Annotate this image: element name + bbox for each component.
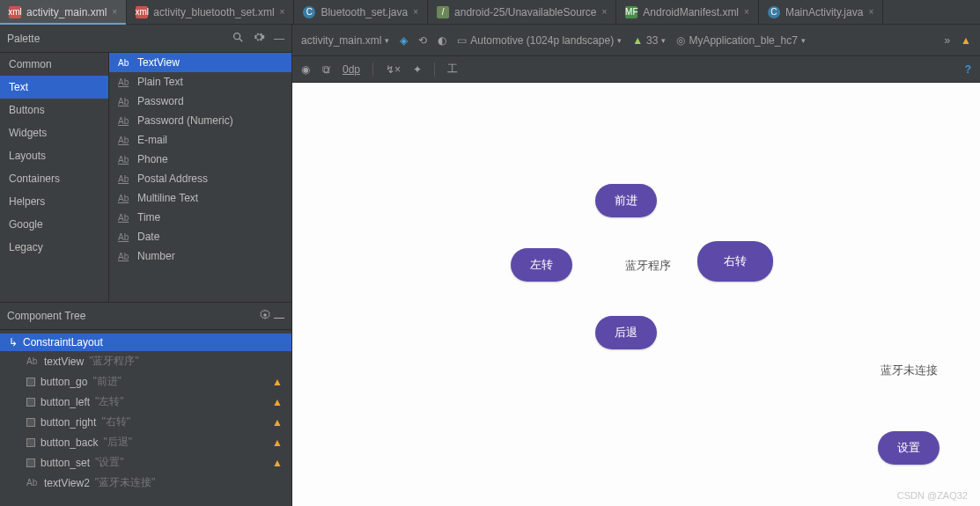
tree-item-name: button_back — [41, 436, 98, 449]
tree-item[interactable]: button_set "设置"▲ — [0, 452, 291, 473]
palette-widget[interactable]: AbPassword (Numeric) — [109, 111, 291, 130]
tree-item[interactable]: Ab textView "蓝牙程序" — [0, 351, 291, 371]
tab-label: AndroidManifest.xml — [643, 6, 739, 18]
widget-label: Plain Text — [137, 76, 183, 88]
warning-icon[interactable]: ▲ — [272, 416, 283, 429]
theme-icon: ◎ — [676, 34, 685, 47]
preview-button-back[interactable]: 后退 — [595, 316, 657, 349]
palette-widget[interactable]: AbPlain Text — [109, 72, 291, 92]
close-icon[interactable]: × — [601, 7, 607, 17]
widget-label: Number — [137, 250, 175, 262]
palette-widget[interactable]: AbTime — [109, 208, 291, 227]
close-icon[interactable]: × — [413, 7, 418, 17]
component-tree: ↳ ConstraintLayout Ab textView "蓝牙程序" bu… — [0, 330, 291, 506]
palette-widget[interactable]: AbTextView — [109, 53, 291, 72]
tab-main-activity-java[interactable]: C MainActivity.java × — [759, 0, 883, 24]
palette-widget[interactable]: AbE-mail — [109, 130, 291, 150]
chevron-down-icon: ▾ — [617, 36, 622, 45]
layers-icon[interactable]: ◈ — [400, 34, 408, 47]
theme-selector[interactable]: ◎ MyApplication_ble_hc7 ▾ — [676, 34, 805, 47]
close-icon[interactable]: × — [744, 7, 749, 17]
help-icon[interactable]: ? — [965, 63, 971, 76]
component-tree-header: Component Tree — — [0, 302, 291, 330]
palette-widget[interactable]: AbDate — [109, 227, 291, 246]
widget-label: Time — [137, 211, 160, 224]
palette-category-buttons[interactable]: Buttons — [0, 99, 108, 121]
chevron-right-icon[interactable]: » — [944, 34, 950, 47]
text-widget-icon: Ab — [118, 116, 130, 126]
preview-button-left[interactable]: 左转 — [511, 248, 572, 282]
warning-icon[interactable]: ▲ — [272, 376, 283, 388]
tree-item[interactable]: Ab textView2 "蓝牙未连接" — [0, 473, 291, 493]
chevron-down-icon: ▾ — [801, 36, 806, 45]
palette-category-layouts[interactable]: Layouts — [0, 144, 108, 167]
close-icon[interactable]: × — [112, 7, 117, 17]
tab-activity-bluetooth-set[interactable]: xml activity_bluetooth_set.xml × — [127, 0, 294, 24]
button-icon — [26, 378, 35, 386]
tree-root[interactable]: ↳ ConstraintLayout — [0, 334, 291, 351]
infer-constraints-icon[interactable]: ✦ — [413, 63, 422, 76]
button-icon — [26, 418, 35, 427]
close-icon[interactable]: × — [280, 7, 285, 17]
tree-item-text: "蓝牙未连接" — [95, 475, 156, 490]
palette-category-containers[interactable]: Containers — [0, 167, 108, 190]
palette-category-common[interactable]: Common — [0, 53, 108, 76]
default-margin[interactable]: 0dp — [343, 63, 360, 76]
palette-widget[interactable]: AbPhone — [109, 150, 291, 169]
gear-icon[interactable] — [259, 312, 274, 324]
preview-button-set[interactable]: 设置 — [878, 431, 939, 465]
tree-item[interactable]: button_go "前进"▲ — [0, 371, 291, 392]
palette-category-helpers[interactable]: Helpers — [0, 190, 108, 213]
design-panel: activity_main.xml ▾ ◈ ⟲ ◐ ▭ Automotive (… — [292, 25, 980, 506]
text-widget-icon: Ab — [118, 194, 130, 203]
palette-widget[interactable]: AbMultiline Text — [109, 188, 291, 208]
tab-label: MainActivity.java — [785, 6, 863, 18]
tree-item[interactable]: button_left "左转"▲ — [0, 392, 291, 412]
search-icon[interactable] — [232, 31, 244, 46]
device-selector[interactable]: ▭ Automotive (1024p landscape) ▾ — [457, 34, 622, 47]
palette-category-legacy[interactable]: Legacy — [0, 236, 108, 259]
widget-label: Phone — [137, 153, 168, 165]
tab-bluetooth-set-java[interactable]: C Bluetooth_set.java × — [294, 0, 428, 24]
warning-icon[interactable]: ▲ — [961, 34, 971, 47]
orientation-icon[interactable]: ⟲ — [418, 34, 427, 47]
guidelines-icon[interactable]: 工 — [447, 62, 458, 77]
tab-label: android-25/UnavailableSource — [454, 6, 596, 18]
tab-unavailable-source[interactable]: / android-25/UnavailableSource × — [428, 0, 616, 24]
tab-label: Bluetooth_set.java — [321, 6, 408, 18]
close-icon[interactable]: × — [868, 7, 873, 17]
warning-icon[interactable]: ▲ — [272, 457, 283, 469]
tab-activity-main[interactable]: xml activity_main.xml × — [0, 0, 127, 24]
palette-widget[interactable]: AbPassword — [109, 92, 291, 111]
palette-widget[interactable]: AbNumber — [109, 246, 291, 266]
text-icon: Ab — [26, 478, 39, 488]
warning-icon[interactable]: ▲ — [272, 436, 283, 449]
minimize-icon[interactable]: — — [274, 312, 284, 324]
tree-item[interactable]: button_right "右转"▲ — [0, 412, 291, 432]
tree-item-text: "右转" — [101, 414, 130, 429]
svg-point-0 — [234, 33, 240, 40]
file-selector[interactable]: activity_main.xml ▾ — [301, 34, 389, 47]
xml-icon: xml — [9, 6, 21, 18]
device-label: Automotive (1024p landscape) — [470, 34, 614, 47]
clear-constraints-icon[interactable]: ↯× — [386, 63, 401, 76]
magnet-icon[interactable]: ⧉̸ — [322, 63, 330, 76]
palette-widget[interactable]: AbPostal Address — [109, 169, 291, 188]
preview-button-right[interactable]: 右转 — [697, 241, 773, 282]
minimize-icon[interactable]: — — [274, 33, 284, 45]
palette-category-google[interactable]: Google — [0, 213, 108, 236]
api-selector[interactable]: ▲ 33 ▾ — [632, 34, 666, 47]
tab-android-manifest[interactable]: MF AndroidManifest.xml × — [616, 0, 759, 24]
manifest-icon: MF — [625, 6, 637, 18]
palette-category-text[interactable]: Text — [0, 76, 108, 99]
warning-icon[interactable]: ▲ — [272, 396, 283, 408]
palette-category-widgets[interactable]: Widgets — [0, 121, 108, 144]
java-icon: C — [768, 6, 780, 18]
tree-item[interactable]: button_back "后退"▲ — [0, 432, 291, 452]
eye-icon[interactable]: ◉ — [301, 63, 310, 76]
design-canvas[interactable]: 前进 左转 蓝牙程序 右转 后退 蓝牙未连接 设置 CSDN @ZAQ32 — [292, 83, 980, 506]
preview-label-center: 蓝牙程序 — [625, 258, 671, 274]
preview-button-go[interactable]: 前进 — [595, 184, 657, 217]
gear-icon[interactable] — [253, 31, 265, 46]
night-icon[interactable]: ◐ — [438, 34, 446, 47]
